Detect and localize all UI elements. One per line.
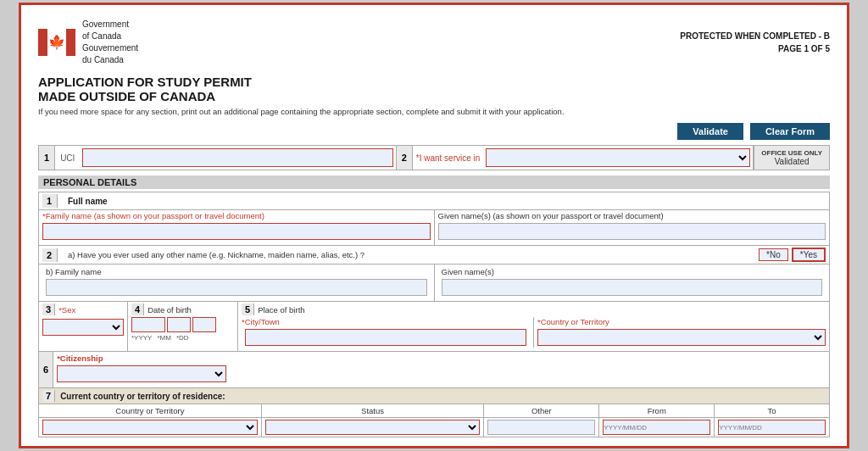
row7-other-input[interactable]	[487, 420, 595, 435]
row7-col-headers: Country or Territory Status Other From T…	[39, 404, 829, 418]
row2-name-cols: b) Family name Given name(s)	[39, 264, 829, 301]
row7-col2-header: Status	[262, 404, 485, 417]
svg-rect-2	[66, 29, 75, 56]
row7-status-select[interactable]	[265, 420, 481, 435]
pob-city-input[interactable]	[245, 329, 526, 346]
row3-num: 3	[42, 303, 55, 315]
canada-flag-icon: 🍁	[38, 29, 75, 56]
office-use-box: OFFICE USE ONLY Validated	[754, 146, 829, 170]
service-field-num: 2	[397, 146, 413, 170]
row4-dob-group: 4 Date of birth *YYYY *MM *DD	[128, 302, 238, 351]
dob-hint: *YYYY *MM *DD	[131, 334, 234, 342]
row1-fullname: 1 Full name *Family name (as shown on yo…	[38, 192, 830, 245]
row4-num: 4	[131, 303, 144, 315]
row2-yes-radio[interactable]: *Yes	[792, 248, 826, 262]
row2-no-radio[interactable]: *No	[759, 248, 788, 261]
clear-form-button[interactable]: Clear Form	[750, 123, 830, 140]
row5-pob-label: Place of birth	[258, 305, 304, 315]
family-name-input[interactable]	[42, 223, 431, 240]
form-title-line2: MADE OUTSIDE OF CANADA	[38, 89, 830, 103]
row1-num: 1	[42, 194, 58, 208]
row3-sex-group: 3 *Sex Male Female Unknown	[39, 302, 128, 351]
pob-country-label: *Country or Territory	[537, 317, 826, 326]
row7-num: 7	[42, 390, 55, 402]
header: 🍁 Government of Canada Gouvernement du C…	[38, 19, 830, 66]
row1-family-label: *Family name (as shown on your passport …	[39, 210, 434, 221]
svg-rect-1	[38, 29, 47, 56]
uci-label: UCI	[55, 152, 80, 164]
row6-citizenship: 6 *Citizenship	[38, 351, 830, 387]
action-buttons: Validate Clear Form	[677, 123, 830, 140]
row1-given-col: Given name(s) (as shown on your passport…	[435, 210, 830, 245]
row2-family-label: b) Family name	[42, 266, 431, 277]
pob-country-select[interactable]	[537, 329, 826, 346]
row1-label: Full name	[64, 195, 111, 208]
main-container: 🍁 Government of Canada Gouvernement du C…	[19, 3, 849, 448]
pob-city-col: *City/Town	[242, 317, 534, 348]
row2-othername: 2 a) Have you ever used any other name (…	[38, 245, 830, 301]
citizenship-select[interactable]	[57, 365, 226, 382]
row6-label: *Citizenship	[57, 354, 826, 363]
logo-area: 🍁 Government of Canada Gouvernement du C…	[38, 19, 138, 66]
title-section: APPLICATION FOR STUDY PERMIT MADE OUTSID…	[38, 75, 830, 116]
row2-question: a) Have you ever used any other name (e.…	[68, 250, 752, 259]
given-name-input[interactable]	[438, 223, 826, 240]
personal-details-header: PERSONAL DETAILS	[38, 175, 830, 189]
row7-country-cell	[39, 418, 262, 437]
row7-col3-header: Other	[484, 404, 599, 417]
service-label: *I want service in	[413, 152, 484, 164]
dob-mm-input[interactable]	[167, 317, 191, 332]
row345: 3 *Sex Male Female Unknown 4 Date of bir…	[38, 301, 830, 351]
form-subtitle: If you need more space for any section, …	[38, 107, 830, 116]
row7-status-cell	[262, 418, 485, 437]
dob-dd-input[interactable]	[192, 317, 216, 332]
service-field-group: 2 *I want service in English French	[397, 146, 754, 170]
uci-input[interactable]	[82, 148, 392, 167]
row2-given-label: Given name(s)	[438, 266, 826, 277]
sex-select[interactable]: Male Female Unknown	[42, 319, 124, 336]
row7-col1-header: Country or Territory	[39, 404, 262, 417]
row3-sex-label: *Sex	[58, 305, 75, 315]
svg-text:🍁: 🍁	[48, 34, 65, 50]
pob-city-label: *City/Town	[242, 317, 530, 326]
row7-residence: 7 Current country or territory of reside…	[38, 387, 830, 437]
pob-cols: *City/Town *Country or Territory	[242, 317, 826, 348]
row1-family-col: *Family name (as shown on your passport …	[39, 210, 435, 245]
row7-country-select[interactable]	[42, 420, 258, 435]
row7-to-cell	[715, 418, 829, 437]
row1-given-label: Given name(s) (as shown on your passport…	[435, 210, 830, 221]
validated-text: Validated	[775, 157, 810, 166]
row6-content: *Citizenship	[53, 352, 829, 387]
row7-from-input[interactable]	[603, 420, 710, 435]
form-title-line1: APPLICATION FOR STUDY PERMIT	[38, 75, 830, 89]
row2-radio-group: *No *Yes	[759, 248, 826, 262]
row7-label: Current country or territory of residenc…	[60, 392, 225, 401]
row1-name-cols: *Family name (as shown on your passport …	[39, 210, 829, 245]
row7-col4-header: From	[599, 404, 715, 417]
dob-inputs	[131, 317, 234, 332]
row7-to-input[interactable]	[718, 420, 826, 435]
office-use-label: OFFICE USE ONLY	[761, 149, 822, 157]
row5-num: 5	[242, 303, 254, 315]
row2-given-input[interactable]	[442, 279, 823, 296]
validate-button[interactable]: Validate	[677, 123, 743, 140]
uci-field-num: 1	[39, 146, 55, 170]
row7-from-cell	[599, 418, 715, 437]
fields-row-1: 1 UCI 2 *I want service in English Frenc…	[38, 145, 830, 170]
row6-num: 6	[39, 352, 53, 387]
row2-given-col: Given name(s)	[435, 264, 830, 301]
row7-other-cell	[484, 418, 599, 437]
protected-text: PROTECTED WHEN COMPLETED - B PAGE 1 OF 5	[680, 30, 830, 55]
service-select[interactable]: English French	[486, 148, 750, 167]
pob-country-col: *Country or Territory	[534, 317, 826, 348]
action-bar: Validate Clear Form	[38, 123, 830, 140]
row2-family-col: b) Family name	[39, 264, 435, 301]
dob-yyyy-input[interactable]	[131, 317, 165, 332]
row7-col5-header: To	[715, 404, 829, 417]
uci-field-group: 1 UCI	[39, 146, 397, 170]
row2-family-input[interactable]	[46, 279, 427, 296]
row7-data-row	[39, 418, 829, 437]
gov-text: Government of Canada Gouvernement du Can…	[82, 19, 138, 66]
row2-num: 2	[42, 248, 58, 262]
row5-pob-group: 5 Place of birth *City/Town *Country or …	[238, 302, 829, 351]
